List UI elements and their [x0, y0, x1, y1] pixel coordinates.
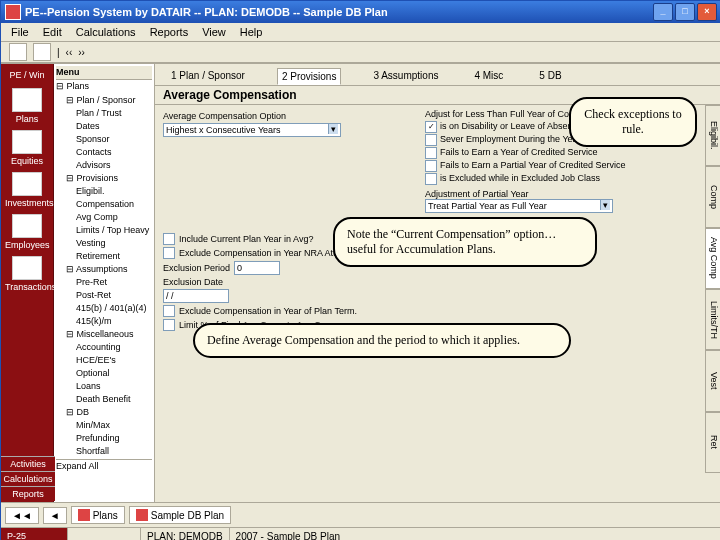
menu-edit[interactable]: Edit	[37, 25, 68, 39]
tree-root[interactable]: ⊟ Plans	[56, 80, 152, 93]
tree-item[interactable]: HCE/EE's	[56, 354, 152, 367]
menu-view[interactable]: View	[196, 25, 232, 39]
toolbar-next[interactable]: ››	[78, 47, 85, 58]
titlebar: PE--Pension System by DATAIR -- PLAN: DE…	[1, 1, 720, 23]
tree-item[interactable]: Compensation	[56, 198, 152, 211]
rtab-eligibil[interactable]: Eligibil.	[705, 105, 720, 166]
left-nav: PE / Win Plans Equities Investments Empl…	[1, 64, 54, 502]
nav-investments[interactable]: Investments	[5, 172, 49, 208]
tree-item[interactable]: ⊟ Plan / Sponsor	[56, 94, 152, 107]
rtab-avg-comp[interactable]: Avg Comp	[705, 228, 720, 289]
minimize-button[interactable]: _	[653, 3, 673, 21]
exclude-plan-term-label: Exclude Compensation in Year of Plan Ter…	[179, 306, 357, 316]
adj-partial-dropdown[interactable]: Treat Partial Year as Full Year	[425, 199, 613, 213]
exclude-plan-term-checkbox[interactable]	[163, 305, 175, 317]
tree-item[interactable]: Plan / Trust	[56, 107, 152, 120]
tree-item[interactable]: Min/Max	[56, 419, 152, 432]
status-plan: PLAN: DEMODB	[141, 528, 230, 540]
rtab-ret[interactable]: Ret	[705, 412, 720, 473]
plans-icon	[12, 88, 42, 112]
tree-item[interactable]: Post-Ret	[56, 289, 152, 302]
tab-misc[interactable]: 4 Misc	[470, 68, 507, 85]
taskbar-current-plan[interactable]: Sample DB Plan	[129, 506, 231, 524]
tree-item[interactable]: Sponsor	[56, 133, 152, 146]
rtab-comp[interactable]: Comp	[705, 166, 720, 227]
tree-item[interactable]: Optional	[56, 367, 152, 380]
adj-sever-checkbox[interactable]	[425, 134, 437, 146]
nav-activities[interactable]: Activities	[1, 456, 55, 471]
menu-calculations[interactable]: Calculations	[70, 25, 142, 39]
tree-item[interactable]: Eligibil.	[56, 185, 152, 198]
tree-item[interactable]: Avg Comp	[56, 211, 152, 224]
menu-file[interactable]: File	[5, 25, 35, 39]
tree-item[interactable]: ⊟ DB	[56, 406, 152, 419]
include-current-year-checkbox[interactable]	[163, 233, 175, 245]
nav-calculations[interactable]: Calculations	[1, 471, 55, 486]
exclude-nra-checkbox[interactable]	[163, 247, 175, 259]
app-window: PE--Pension System by DATAIR -- PLAN: DE…	[0, 0, 720, 540]
tab-assumptions[interactable]: 3 Assumptions	[369, 68, 442, 85]
avg-comp-option-label: Average Compensation Option	[163, 111, 286, 121]
taskbar-plans[interactable]: Plans	[71, 506, 125, 524]
nav-equities[interactable]: Equities	[5, 130, 49, 166]
adj-disability-checkbox[interactable]	[425, 121, 437, 133]
tree-item[interactable]: Loans	[56, 380, 152, 393]
plans-icon	[78, 509, 90, 521]
rtab-vest[interactable]: Vest	[705, 350, 720, 411]
toolbar: | ‹‹ ››	[1, 42, 720, 63]
tree-item[interactable]: Shortfall	[56, 445, 152, 458]
nav-transactions[interactable]: Transactions	[5, 256, 49, 292]
adj-excluded-checkbox[interactable]	[425, 173, 437, 185]
tree-item[interactable]: ⊟ Assumptions	[56, 263, 152, 276]
tree-item[interactable]: Accounting	[56, 341, 152, 354]
avg-comp-option-dropdown[interactable]: Highest x Consecutive Years	[163, 123, 341, 137]
tree-item[interactable]: ⊟ Provisions	[56, 172, 152, 185]
investments-icon	[12, 172, 42, 196]
tree-item[interactable]: Prefunding	[56, 432, 152, 445]
tree-item[interactable]: Advisors	[56, 159, 152, 172]
tabstrip: 1 Plan / Sponsor 2 Provisions 3 Assumpti…	[155, 64, 720, 85]
menu-help[interactable]: Help	[234, 25, 269, 39]
tree-item[interactable]: Retirement	[56, 250, 152, 263]
taskbar-nav-prev[interactable]: ◄◄	[5, 507, 39, 524]
tree-item[interactable]: 415(k)/m	[56, 315, 152, 328]
limit-pct-checkbox[interactable]	[163, 319, 175, 331]
tree-item[interactable]: ⊟ Miscellaneous	[56, 328, 152, 341]
tree-item[interactable]: Vesting	[56, 237, 152, 250]
tree-header: Menu	[56, 66, 152, 80]
exclusion-period-input[interactable]	[234, 261, 280, 275]
toolbar-sep: |	[57, 47, 60, 58]
employees-icon	[12, 214, 42, 238]
rtab-limits[interactable]: Limits/TH	[705, 289, 720, 350]
tree-item[interactable]: 415(b) / 401(a)(4)	[56, 302, 152, 315]
toolbar-btn-2[interactable]	[33, 43, 51, 61]
right-tabs: Eligibil. Comp Avg Comp Limits/TH Vest R…	[705, 105, 720, 473]
tree-item[interactable]: Contacts	[56, 146, 152, 159]
adj-fail-partial-checkbox[interactable]	[425, 160, 437, 172]
tree-item[interactable]: Limits / Top Heavy	[56, 224, 152, 237]
menu-reports[interactable]: Reports	[144, 25, 195, 39]
taskbar: ◄◄ ◄ Plans Sample DB Plan	[1, 502, 720, 527]
adj-fail-year-checkbox[interactable]	[425, 147, 437, 159]
nav-reports[interactable]: Reports	[1, 486, 55, 501]
tree-item[interactable]: Death Benefit	[56, 393, 152, 406]
exclude-nra-label: Exclude Compensation in Year NRA Attain	[179, 248, 348, 258]
exclusion-date-input[interactable]	[163, 289, 229, 303]
tab-db[interactable]: 5 DB	[535, 68, 565, 85]
tab-plan-sponsor[interactable]: 1 Plan / Sponsor	[167, 68, 249, 85]
tab-provisions[interactable]: 2 Provisions	[277, 68, 341, 85]
menubar: File Edit Calculations Reports View Help	[1, 23, 720, 42]
statusbar: P-25 PLAN: DEMODB 2007 - Sample DB Plan	[1, 527, 720, 540]
tree-item[interactable]: Pre-Ret	[56, 276, 152, 289]
toolbar-btn-1[interactable]	[9, 43, 27, 61]
toolbar-prev[interactable]: ‹‹	[66, 47, 73, 58]
close-button[interactable]: ×	[697, 3, 717, 21]
nav-employees[interactable]: Employees	[5, 214, 49, 250]
tree-item[interactable]: Dates	[56, 120, 152, 133]
nav-plans[interactable]: Plans	[5, 88, 49, 124]
expand-all-button[interactable]: Expand All	[56, 459, 152, 473]
tree-panel: Menu ⊟ Plans ⊟ Plan / SponsorPlan / Trus…	[54, 64, 155, 502]
taskbar-nav-next[interactable]: ◄	[43, 507, 67, 524]
maximize-button[interactable]: □	[675, 3, 695, 21]
window-title: PE--Pension System by DATAIR -- PLAN: DE…	[25, 6, 653, 18]
